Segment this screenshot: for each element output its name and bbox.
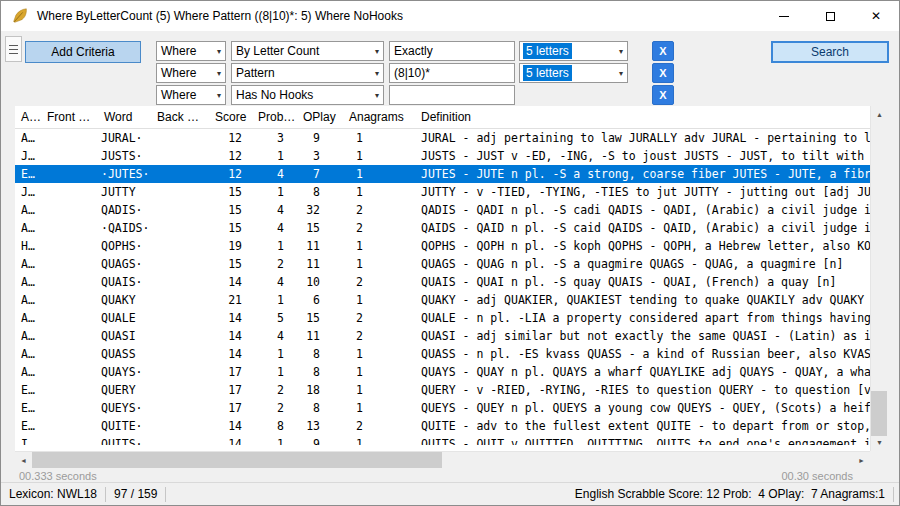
scroll-right-icon[interactable]: ► bbox=[853, 452, 870, 469]
conjunction-select-2[interactable]: Where ▾ bbox=[156, 63, 226, 83]
cell-alphagram: A… bbox=[15, 327, 43, 345]
status-bar: Lexicon: NWL18 97 / 159 English Scrabble… bbox=[1, 482, 899, 505]
scroll-down-icon[interactable]: ▼ bbox=[871, 434, 888, 451]
cell-front-hooks bbox=[43, 399, 97, 417]
cell-back-hooks bbox=[153, 183, 207, 201]
criterion-type-select-1[interactable]: By Letter Count ▾ bbox=[231, 41, 384, 61]
table-row[interactable]: A… QUAKY 21 1 6 1 QUAKY - adj QUAKIER, Q… bbox=[15, 291, 870, 309]
cell-score: 14 bbox=[207, 435, 245, 445]
cell-back-hooks bbox=[153, 399, 207, 417]
table-row[interactable]: J… JUTTY 15 1 8 1 JUTTY - v -TIED, -TYIN… bbox=[15, 183, 870, 201]
cell-anagrams: 2 bbox=[323, 417, 415, 435]
column-header-alphagram[interactable]: A… bbox=[21, 106, 41, 129]
cell-front-hooks bbox=[43, 417, 97, 435]
cell-prob: 5 bbox=[245, 309, 287, 327]
cell-oplay: 11 bbox=[287, 255, 323, 273]
cell-alphagram: I… bbox=[15, 435, 43, 445]
cell-back-hooks bbox=[153, 147, 207, 165]
cell-oplay: 9 bbox=[287, 129, 323, 147]
cell-anagrams: 1 bbox=[323, 237, 415, 255]
letters-count-select-2[interactable]: 5 letters ▾ bbox=[519, 63, 628, 83]
maximize-button[interactable] bbox=[807, 1, 853, 31]
cell-definition: QUAYS - QUAY n pl. QUAYS a wharf QUAYLIK… bbox=[415, 363, 870, 381]
horizontal-scroll-thumb[interactable] bbox=[32, 452, 442, 468]
table-row[interactable]: A… QUAYS· 17 1 8 1 QUAYS - QUAY n pl. QU… bbox=[15, 363, 870, 381]
table-row[interactable]: E… QUERY 17 2 18 1 QUERY - v -RIED, -RYI… bbox=[15, 381, 870, 399]
cell-back-hooks bbox=[153, 291, 207, 309]
table-row[interactable]: I… QUITS· 14 1 9 1 QUITS - QUIT v QUITTE… bbox=[15, 435, 870, 445]
criterion-type-select-3[interactable]: Has No Hooks ▾ bbox=[231, 85, 384, 105]
table-row[interactable]: J… JUSTS· 12 1 3 1 JUSTS - JUST v -ED, -… bbox=[15, 147, 870, 165]
cell-front-hooks bbox=[43, 237, 97, 255]
table-row[interactable]: A… JURAL· 12 3 9 1 JURAL - adj pertainin… bbox=[15, 129, 870, 147]
cell-word: QUASI bbox=[97, 327, 153, 345]
cell-score: 12 bbox=[207, 147, 245, 165]
column-header-back-hooks[interactable]: Back … bbox=[157, 106, 199, 129]
letters-count-select-1[interactable]: 5 letters ▾ bbox=[519, 41, 628, 61]
conjunction-select-1[interactable]: Where ▾ bbox=[156, 41, 226, 61]
cell-front-hooks bbox=[43, 201, 97, 219]
table-row[interactable]: E… QUITE· 14 8 13 2 QUITE - adv to the f… bbox=[15, 417, 870, 435]
cell-alphagram: E… bbox=[15, 399, 43, 417]
cell-oplay: 13 bbox=[287, 417, 323, 435]
remove-criteria-button-2[interactable]: X bbox=[652, 63, 674, 83]
cell-word: QUERY bbox=[97, 381, 153, 399]
cell-prob: 3 bbox=[245, 129, 287, 147]
cell-oplay: 15 bbox=[287, 309, 323, 327]
elapsed-time-left: 00.333 seconds bbox=[19, 470, 97, 482]
column-header-oplay[interactable]: OPlay bbox=[303, 106, 336, 129]
remove-criteria-button-3[interactable]: X bbox=[652, 85, 674, 105]
vertical-scroll-thumb[interactable] bbox=[871, 391, 887, 436]
scroll-up-icon[interactable]: ▲ bbox=[871, 106, 888, 123]
chevron-down-icon: ▾ bbox=[375, 47, 379, 56]
cell-back-hooks bbox=[153, 237, 207, 255]
remove-criteria-button-1[interactable]: X bbox=[652, 41, 674, 61]
column-header-word[interactable]: Word bbox=[104, 106, 132, 129]
cell-word: QUALE bbox=[97, 309, 153, 327]
cell-back-hooks bbox=[153, 381, 207, 399]
table-row[interactable]: E… QUEYS· 17 2 8 1 QUEYS - QUEY n pl. QU… bbox=[15, 399, 870, 417]
table-row[interactable]: A… QUASS 14 1 8 1 QUASS - n pl. -ES kvas… bbox=[15, 345, 870, 363]
table-row[interactable]: A… QUAIS· 14 4 10 2 QUAIS - QUAI n pl. -… bbox=[15, 273, 870, 291]
cell-alphagram: J… bbox=[15, 183, 43, 201]
cell-oplay: 6 bbox=[287, 291, 323, 309]
count-mode-select-1[interactable]: Exactly bbox=[389, 41, 515, 61]
table-row[interactable]: A… QUALE 14 5 15 2 QUALE - n pl. -LIA a … bbox=[15, 309, 870, 327]
cell-prob: 4 bbox=[245, 273, 287, 291]
cell-score: 15 bbox=[207, 255, 245, 273]
table-row[interactable]: A… QADIS· 15 4 32 2 QADIS - QADI n pl. -… bbox=[15, 201, 870, 219]
table-row[interactable]: A… QUASI 14 4 11 2 QUASI - adj similar b… bbox=[15, 327, 870, 345]
cell-back-hooks bbox=[153, 309, 207, 327]
scroll-left-icon[interactable]: ◄ bbox=[15, 452, 32, 469]
chevron-down-icon: ▾ bbox=[619, 47, 623, 56]
cell-prob: 1 bbox=[245, 363, 287, 381]
cell-word: QUEYS· bbox=[97, 399, 153, 417]
pattern-input[interactable] bbox=[389, 63, 515, 83]
horizontal-scrollbar[interactable]: ◄ ► bbox=[15, 451, 870, 468]
column-header-anagrams[interactable]: Anagrams bbox=[349, 106, 404, 129]
cell-word: QUAGS· bbox=[97, 255, 153, 273]
column-header-definition[interactable]: Definition bbox=[421, 106, 471, 129]
table-row[interactable]: A… ·QAIDS· 15 4 15 2 QAIDS - QAID n pl. … bbox=[15, 219, 870, 237]
cell-alphagram: A… bbox=[15, 129, 43, 147]
empty-param-field-3[interactable] bbox=[389, 85, 515, 105]
vertical-scrollbar[interactable]: ▲ ▼ bbox=[870, 106, 887, 451]
chevron-down-icon: ▾ bbox=[375, 91, 379, 100]
conjunction-select-3[interactable]: Where ▾ bbox=[156, 85, 226, 105]
criteria-row-3: Where ▾ Has No Hooks ▾ X bbox=[1, 85, 899, 105]
table-row[interactable]: E… ·JUTES· 12 4 7 1 JUTES - JUTE n pl. -… bbox=[15, 165, 870, 183]
criterion-type-select-2[interactable]: Pattern ▾ bbox=[231, 63, 384, 83]
minimize-button[interactable] bbox=[761, 1, 807, 31]
cell-anagrams: 2 bbox=[323, 327, 415, 345]
column-header-prob[interactable]: Prob… bbox=[258, 106, 295, 129]
cell-alphagram: A… bbox=[15, 309, 43, 327]
cell-definition: QUASI - adj similar but not exactly the … bbox=[415, 327, 870, 345]
close-button[interactable]: ✕ bbox=[853, 1, 899, 31]
table-row[interactable]: H… QOPHS· 19 1 11 1 QOPHS - QOPH n pl. -… bbox=[15, 237, 870, 255]
app-window: Where ByLetterCount (5) Where Pattern ((… bbox=[0, 0, 900, 506]
cell-anagrams: 1 bbox=[323, 165, 415, 183]
cell-alphagram: A… bbox=[15, 273, 43, 291]
column-header-front-hooks[interactable]: Front … bbox=[47, 106, 90, 129]
table-row[interactable]: A… QUAGS· 15 2 11 1 QUAGS - QUAG n pl. -… bbox=[15, 255, 870, 273]
column-header-score[interactable]: Score bbox=[215, 106, 246, 129]
